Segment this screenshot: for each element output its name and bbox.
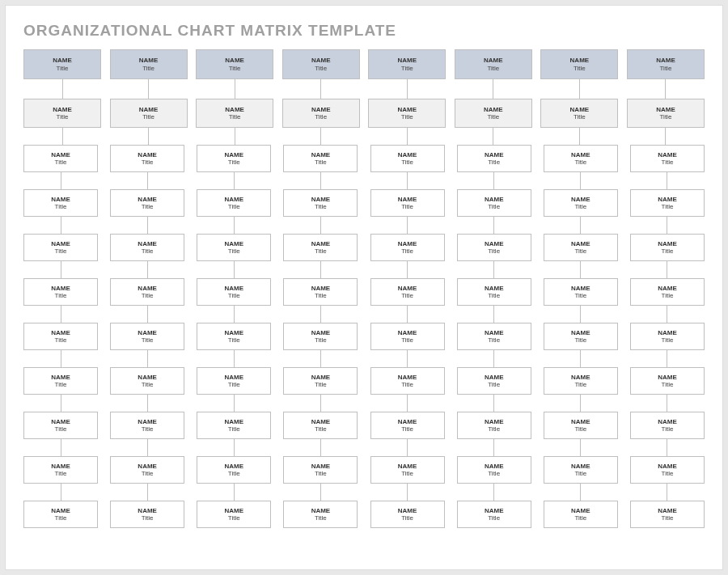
org-cell-title: Title (142, 65, 154, 72)
org-cell-name: NAME (398, 240, 417, 247)
org-cell: NAMETitle (197, 367, 271, 395)
org-cell-title: Title (401, 203, 413, 210)
connector-line (234, 350, 235, 367)
org-cell-name: NAME (225, 507, 244, 514)
org-cell: NAMETitle (627, 49, 705, 79)
org-cell-name: NAME (485, 151, 504, 159)
connector-line (61, 484, 61, 501)
org-cell: NAMETitle (110, 49, 188, 79)
connector-line (407, 172, 408, 189)
org-cell: NAMETitle (544, 367, 618, 395)
connector-line (235, 79, 235, 99)
org-cell: NAMETitle (110, 456, 184, 484)
org-cell: NAMETitle (457, 323, 531, 350)
org-cell-name: NAME (658, 418, 677, 425)
org-cell-title: Title (488, 247, 500, 255)
connector-line (667, 395, 667, 412)
org-column: NAMETitle (283, 323, 358, 367)
org-cell-name: NAME (658, 240, 677, 247)
org-column: NAMETitle (283, 145, 358, 189)
org-cell-title: Title (315, 336, 327, 344)
org-cell: NAMETitle (23, 49, 101, 79)
org-row: NAMETitleNAMETitleNAMETitleNAMETitleNAME… (23, 49, 705, 99)
org-cell: NAMETitle (197, 278, 271, 306)
org-cell-title: Title (142, 470, 154, 477)
connector-line (580, 261, 581, 278)
org-cell-name: NAME (311, 463, 331, 470)
org-cell-name: NAME (225, 463, 244, 470)
org-cell: NAMETitle (197, 323, 271, 350)
connector-line (580, 484, 581, 501)
connector-line (493, 79, 493, 99)
connector-line (493, 128, 493, 145)
org-cell-title: Title (401, 381, 413, 388)
org-cell-name: NAME (139, 106, 159, 113)
org-column: NAMETitle (370, 323, 445, 367)
org-column: NAMETitle (457, 189, 531, 234)
connector-line (493, 217, 494, 234)
org-cell-name: NAME (571, 507, 590, 514)
org-cell-name: NAME (138, 463, 157, 470)
org-cell: NAMETitle (110, 278, 184, 306)
org-cell-name: NAME (397, 57, 417, 64)
connector-line (407, 79, 408, 99)
connector-line (407, 395, 408, 412)
org-column: NAMETitle (457, 323, 531, 367)
org-cell: NAMETitle (544, 189, 618, 217)
org-cell-name: NAME (398, 418, 417, 425)
org-cell-name: NAME (658, 151, 677, 159)
connector-line (493, 484, 494, 501)
org-column: NAMETitle (23, 99, 101, 145)
org-cell-title: Title (574, 65, 586, 72)
org-cell-title: Title (660, 65, 672, 72)
org-cell-title: Title (55, 203, 67, 210)
org-column: NAMETitle (370, 367, 445, 412)
org-cell-title: Title (401, 247, 413, 255)
org-cell-title: Title (142, 247, 154, 255)
org-cell-title: Title (662, 514, 674, 522)
org-column: NAMETitle (544, 323, 618, 367)
org-column: NAMETitle (23, 49, 101, 99)
org-cell: NAMETitle (457, 501, 531, 528)
org-cell-name: NAME (658, 374, 677, 381)
org-cell-name: NAME (485, 329, 504, 336)
org-row: NAMETitleNAMETitleNAMETitleNAMETitleNAME… (23, 278, 705, 323)
org-cell-name: NAME (53, 106, 72, 113)
connector-line (234, 439, 235, 456)
connector-line (147, 439, 148, 456)
org-cell: NAMETitle (544, 145, 618, 172)
org-cell: NAMETitle (544, 412, 618, 439)
page-title: ORGANIZATIONAL CHART MATRIX TEMPLATE (23, 22, 705, 40)
connector-line (493, 350, 494, 367)
org-cell: NAMETitle (23, 456, 98, 484)
org-column: NAMETitle (110, 278, 184, 323)
org-cell-title: Title (228, 247, 240, 255)
connector-line (407, 306, 408, 323)
org-cell-name: NAME (398, 463, 417, 470)
org-column: NAMETitle (370, 189, 445, 234)
connector-line (580, 306, 581, 323)
org-cell-name: NAME (311, 374, 331, 381)
org-cell: NAMETitle (455, 99, 532, 128)
org-cell-name: NAME (570, 106, 590, 113)
org-chart-grid: NAMETitleNAMETitleNAMETitleNAMETitleNAME… (23, 49, 705, 528)
org-cell-name: NAME (53, 57, 72, 64)
connector-line (667, 350, 667, 367)
org-cell-name: NAME (225, 240, 244, 247)
org-cell: NAMETitle (23, 323, 98, 350)
connector-line (61, 395, 61, 412)
connector-line (665, 128, 666, 145)
org-column: NAMETitle (630, 323, 705, 367)
connector-line (580, 395, 581, 412)
org-cell: NAMETitle (457, 234, 531, 261)
org-cell: NAMETitle (197, 501, 271, 528)
org-cell: NAMETitle (283, 456, 358, 484)
org-column: NAMETitle (23, 189, 98, 234)
connector-line (61, 172, 61, 189)
org-column: NAMETitle (630, 145, 705, 189)
org-cell-name: NAME (656, 57, 675, 64)
org-cell: NAMETitle (630, 412, 705, 439)
org-cell: NAMETitle (197, 145, 271, 172)
org-cell: NAMETitle (196, 99, 273, 128)
org-column: NAMETitle (110, 412, 184, 456)
